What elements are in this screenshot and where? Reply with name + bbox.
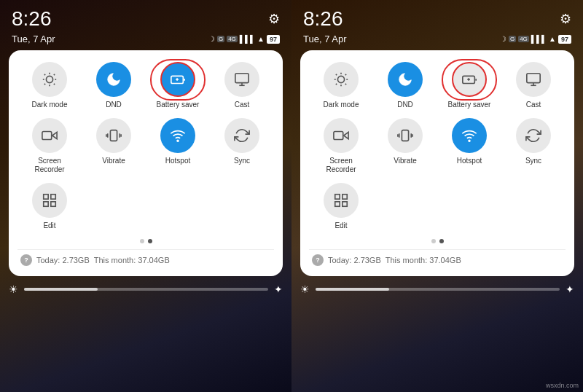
date-row: Tue, 7 Apr ☽ G 4G ▌▌▌ ▲ 97 — [292, 32, 583, 50]
tile-edit[interactable]: Edit — [316, 183, 366, 230]
time-display: 8:26 — [303, 9, 343, 29]
tile-label: Battery saver — [157, 101, 200, 109]
tile-dark-mode[interactable]: Dark mode — [25, 62, 74, 109]
tile-battery-saver[interactable]: Battery saver — [445, 62, 494, 109]
svg-rect-52 — [335, 195, 340, 199]
svg-rect-41 — [527, 74, 540, 83]
tile-edit[interactable]: Edit — [25, 183, 74, 230]
tile-label: Vibrate — [102, 157, 125, 165]
svg-rect-27 — [51, 202, 55, 206]
data-month: This month: 37.04GB — [94, 256, 170, 264]
brightness-low-icon: ☀ — [300, 283, 310, 295]
brightness-track[interactable] — [316, 288, 560, 291]
settings-icon[interactable]: ⚙ — [268, 11, 280, 27]
status-icons: ☽ G 4G ▌▌▌ ▲ 97 — [208, 35, 280, 44]
brightness-control[interactable]: ☀ ✦ — [300, 283, 574, 295]
brightness-low-icon: ☀ — [9, 283, 18, 295]
wifi-icon: ▲ — [257, 35, 265, 43]
svg-rect-26 — [44, 202, 48, 206]
tiles-row-2: Screen RecorderVibrateHotspotSync — [309, 118, 566, 174]
svg-rect-44 — [334, 132, 343, 140]
video-icon — [324, 118, 359, 153]
tile-sync[interactable]: Sync — [217, 118, 267, 174]
tile-label: DND — [106, 101, 122, 109]
svg-rect-53 — [343, 195, 347, 199]
svg-rect-13 — [235, 74, 249, 83]
grid_edit-icon — [324, 183, 359, 218]
tile-label: Dark mode — [324, 101, 359, 109]
status-bar: 8:26 ⚙ — [0, 0, 292, 32]
status-icons: ☽ G 4G ▌▌▌ ▲ 97 — [500, 35, 571, 44]
tile-hotspot[interactable]: Hotspot — [153, 118, 203, 174]
svg-rect-54 — [335, 202, 340, 206]
tile-label: Cast — [526, 101, 541, 109]
vibrate-icon — [96, 118, 131, 153]
tile-screen-recorder[interactable]: Screen Recorder — [25, 118, 74, 174]
tile-label: Sync — [525, 157, 541, 165]
svg-rect-46 — [402, 130, 408, 141]
brightness-high-icon: ✦ — [274, 283, 283, 295]
tiles-row-3: Edit — [309, 183, 566, 230]
tile-vibrate[interactable]: Vibrate — [380, 118, 430, 174]
data-usage-row: ? Today: 2.73GB This month: 37.04GB — [309, 249, 566, 267]
sun_half-icon — [324, 62, 359, 97]
settings-icon[interactable]: ⚙ — [560, 11, 571, 27]
svg-line-7 — [44, 84, 45, 85]
brightness-fill — [316, 288, 389, 291]
tile-label: Hotspot — [457, 157, 482, 165]
battery-display: 97 — [558, 35, 571, 44]
tile-label: Edit — [43, 222, 55, 230]
tile-label: Battery saver — [448, 101, 491, 109]
data-info-icon: ? — [312, 254, 324, 266]
tile-hotspot[interactable]: Hotspot — [445, 118, 494, 174]
tile-label: Screen Recorder — [316, 157, 366, 174]
moon-icon — [96, 62, 131, 97]
brightness-track[interactable] — [24, 288, 268, 291]
tile-dnd[interactable]: DND — [380, 62, 430, 109]
svg-line-8 — [54, 74, 55, 75]
wifi_hotspot-icon — [160, 118, 195, 153]
svg-rect-55 — [343, 202, 347, 206]
tile-label: Vibrate — [394, 157, 417, 165]
battery-display: 97 — [267, 35, 280, 44]
tile-screen-recorder[interactable]: Screen Recorder — [316, 118, 366, 174]
tile-dnd[interactable]: DND — [89, 62, 138, 109]
data-today: Today: 2.73GB — [328, 256, 381, 264]
tile-battery-saver[interactable]: Battery saver — [153, 62, 203, 109]
tile-vibrate[interactable]: Vibrate — [89, 118, 138, 174]
brightness-control[interactable]: ☀ ✦ — [9, 283, 283, 295]
tiles-row-1: Dark modeDNDBattery saverCast — [17, 62, 274, 109]
moon-status-icon: ☽ — [500, 35, 506, 43]
brightness-fill — [24, 288, 98, 291]
svg-line-32 — [345, 84, 346, 85]
signal-icon: ▌▌▌ — [240, 35, 255, 43]
date-row: Tue, 7 Apr ☽ G 4G ▌▌▌ ▲ 97 — [0, 32, 292, 50]
4g-icon: 4G — [518, 36, 529, 42]
page-dot-1 — [439, 239, 444, 243]
svg-rect-24 — [44, 195, 48, 199]
wifi-icon: ▲ — [549, 35, 556, 43]
sync-icon — [224, 118, 259, 153]
quick-settings-panel: Dark modeDNDBattery saverCastScreen Reco… — [9, 50, 283, 276]
svg-line-4 — [54, 84, 55, 85]
svg-rect-25 — [51, 195, 55, 199]
quick-settings-panel: Dark modeDNDBattery saverCastScreen Reco… — [300, 50, 574, 276]
tile-cast[interactable]: Cast — [509, 62, 558, 109]
sun_half-icon — [32, 62, 67, 97]
panel-right: 8:26 ⚙ Tue, 7 Apr ☽ G 4G ▌▌▌ ▲ 97 Dark m… — [292, 0, 583, 392]
svg-point-28 — [337, 76, 344, 82]
data-usage-row: ? Today: 2.73GB This month: 37.04GB — [17, 249, 274, 267]
tile-label: DND — [397, 101, 413, 109]
page-dot-0 — [431, 239, 436, 243]
tile-cast[interactable]: Cast — [217, 62, 267, 109]
svg-line-31 — [336, 74, 337, 75]
monitor-icon — [516, 62, 551, 97]
signal-icon: ▌▌▌ — [531, 35, 547, 43]
battery_plus-icon — [160, 62, 195, 97]
tile-label: Cast — [235, 101, 250, 109]
data-info-icon: ? — [20, 254, 32, 266]
svg-line-3 — [44, 74, 45, 75]
date-display: Tue, 7 Apr — [12, 34, 55, 44]
tile-sync[interactable]: Sync — [509, 118, 558, 174]
tile-dark-mode[interactable]: Dark mode — [316, 62, 366, 109]
